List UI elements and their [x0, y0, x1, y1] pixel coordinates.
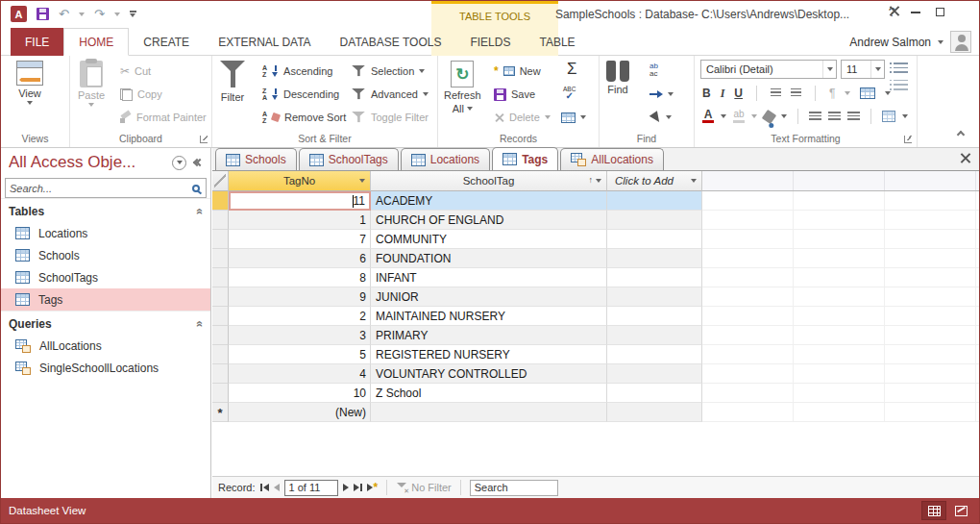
cell-click-to-add[interactable]	[607, 249, 702, 268]
cell-schooltag[interactable]: PRIMARY	[371, 326, 607, 345]
advanced-button[interactable]: Advanced	[351, 84, 429, 105]
doc-tab-alllocations[interactable]: AllLocations	[560, 148, 664, 170]
datasheet-formatting-dropdown-icon[interactable]	[902, 114, 908, 118]
table-row[interactable]: 1 CHURCH OF ENGLAND	[212, 211, 979, 230]
goto-dropdown-icon[interactable]	[668, 92, 674, 96]
cell-tagno[interactable]: 4	[229, 364, 371, 384]
cell-click-to-add[interactable]	[607, 268, 702, 287]
current-record-box[interactable]: 1 of 11	[284, 480, 338, 496]
cell-schooltag[interactable]: JUNIOR	[371, 287, 607, 307]
toggle-filter-button[interactable]: Toggle Filter	[351, 107, 429, 128]
cell-tagno[interactable]: 9	[229, 287, 371, 307]
bullets-icon[interactable]	[894, 62, 908, 73]
close-window-icon[interactable]	[960, 7, 971, 18]
refresh-all-button[interactable]: ↻ Refresh All	[444, 61, 481, 114]
collapse-group-icon[interactable]: »	[193, 209, 207, 215]
tab-create[interactable]: CREATE	[129, 28, 204, 56]
italic-button[interactable]: I	[721, 87, 725, 101]
cell-click-to-add-new[interactable]	[607, 403, 702, 422]
table-row[interactable]: 6 FOUNDATION	[212, 249, 979, 268]
background-color-icon[interactable]	[762, 109, 776, 123]
gridlines-icon[interactable]	[860, 87, 875, 99]
delete-record-button[interactable]: Delete	[494, 107, 551, 128]
selection-button[interactable]: Selection	[351, 61, 425, 82]
table-row[interactable]: 8 INFANT	[212, 268, 979, 287]
column-dropdown-icon[interactable]	[691, 179, 697, 183]
tab-file[interactable]: FILE	[11, 28, 63, 56]
customize-qat-icon[interactable]	[130, 11, 136, 17]
replace-button[interactable]: ab ac	[649, 60, 658, 81]
current-cell-tagno[interactable]: 11	[229, 191, 371, 211]
first-record-button[interactable]	[260, 484, 269, 491]
account-area[interactable]: Andrew Salmon	[849, 31, 971, 53]
row-selector[interactable]	[212, 249, 229, 268]
cell-click-to-add[interactable]	[607, 287, 702, 307]
cell-tagno-new[interactable]: (New)	[229, 403, 371, 422]
row-selector[interactable]	[212, 191, 229, 211]
table-row[interactable]: 5 REGISTERED NURSERY	[212, 345, 979, 364]
column-header-tagno[interactable]: TagNo	[229, 171, 371, 191]
table-row[interactable]: 3 PRIMARY	[212, 326, 979, 345]
minimize-icon[interactable]	[911, 12, 920, 13]
find-button[interactable]: Find	[605, 61, 630, 95]
datasheet-view-button[interactable]	[921, 501, 946, 520]
row-selector[interactable]	[212, 211, 229, 230]
font-color-button[interactable]: A	[702, 110, 714, 123]
tab-table[interactable]: TABLE	[525, 28, 589, 56]
undo-dropdown-icon[interactable]	[79, 12, 85, 16]
table-row[interactable]: 9 JUNIOR	[212, 287, 979, 307]
cell-schooltag[interactable]: VOLUNTARY CONTROLLED	[371, 364, 607, 384]
ascending-button[interactable]: AZ Ascending	[262, 61, 332, 82]
highlight-dropdown-icon[interactable]	[751, 114, 757, 118]
font-color-dropdown-icon[interactable]	[721, 114, 726, 118]
filter-button[interactable]: Filter	[220, 61, 245, 103]
cell-schooltag[interactable]: FOUNDATION	[371, 249, 607, 268]
cell-tagno[interactable]: 1	[229, 211, 371, 230]
tables-group-header[interactable]: Tables »	[1, 198, 210, 222]
search-icon[interactable]	[192, 185, 200, 192]
nav-pane-title-bar[interactable]: All Access Obje...	[1, 148, 210, 176]
select-all-corner[interactable]	[212, 171, 229, 191]
highlight-button[interactable]: ab	[733, 110, 745, 123]
queries-group-header[interactable]: Queries »	[1, 311, 210, 335]
format-painter-button[interactable]: Format Painter	[120, 107, 207, 128]
tab-external-data[interactable]: EXTERNAL DATA	[204, 28, 325, 56]
redo-dropdown-icon[interactable]	[114, 12, 120, 16]
cell-tagno[interactable]: 5	[229, 345, 371, 364]
row-selector[interactable]	[212, 287, 229, 307]
next-record-button[interactable]	[343, 484, 349, 491]
more-dropdown-icon[interactable]	[580, 115, 586, 119]
record-search-box[interactable]: Search	[470, 480, 558, 496]
decrease-indent-icon[interactable]	[791, 88, 801, 98]
table-row[interactable]: 2 MAINTAINED NURSERY	[212, 307, 979, 326]
cut-button[interactable]: ✂ Cut	[120, 61, 151, 82]
save-record-button[interactable]: Save	[494, 84, 535, 105]
tab-fields[interactable]: FIELDS	[455, 28, 525, 56]
last-record-button[interactable]	[354, 484, 362, 491]
nav-item-schools[interactable]: Schools	[1, 244, 210, 266]
view-button[interactable]: View	[16, 61, 43, 105]
clipboard-dialog-launcher-icon[interactable]	[200, 136, 208, 143]
text-formatting-dialog-launcher-icon[interactable]	[904, 136, 912, 143]
maximize-icon[interactable]	[936, 8, 944, 16]
nav-search-box[interactable]: Search...	[5, 178, 207, 198]
align-left-icon[interactable]	[809, 112, 821, 121]
new-blank-record-button[interactable]: *	[367, 482, 379, 493]
underline-button[interactable]: U	[734, 87, 743, 100]
cell-click-to-add[interactable]	[607, 384, 702, 403]
spelling-button[interactable]: ABC ✓	[563, 82, 576, 103]
nav-pane-menu-icon[interactable]	[172, 156, 186, 170]
cell-tagno[interactable]: 3	[229, 326, 371, 345]
cell-click-to-add[interactable]	[607, 230, 702, 249]
new-record-row[interactable]: * (New)	[212, 403, 979, 422]
qat-save-icon[interactable]	[37, 8, 49, 20]
cell-tagno[interactable]: 2	[229, 307, 371, 326]
font-size-dropdown-icon[interactable]	[870, 61, 884, 78]
cell-schooltag[interactable]: REGISTERED NURSERY	[371, 345, 607, 364]
more-records-button[interactable]	[561, 107, 586, 128]
font-name-dropdown-icon[interactable]	[822, 61, 836, 78]
collapse-group-icon[interactable]: »	[193, 321, 207, 328]
previous-record-button[interactable]	[274, 484, 280, 491]
cell-schooltag[interactable]: COMMUNITY	[371, 230, 607, 249]
bold-button[interactable]: B	[702, 87, 711, 100]
